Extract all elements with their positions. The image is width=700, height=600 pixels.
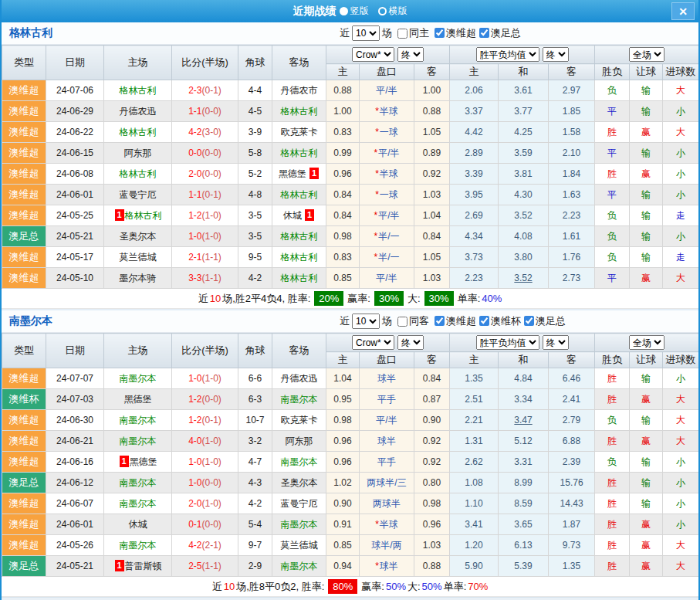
asian-odds-group: Crow*终 — [326, 334, 450, 352]
final-odds-select[interactable]: 终 — [397, 47, 424, 62]
radio-horizontal-layout[interactable]: 横版 — [378, 5, 407, 18]
bookmaker-select[interactable]: Crow* — [352, 335, 394, 350]
match-type-badge: 澳维杯 — [2, 389, 46, 410]
handicap-result-cell: 输 — [630, 368, 663, 389]
handicap-result-cell: 赢 — [630, 556, 663, 577]
match-row: 澳维超24-06-01蓝曼宁厄1-1(0-1)4-8格林古利0.84*一球1.0… — [2, 185, 699, 205]
corners-cell: 9-7 — [238, 535, 272, 556]
same-venue-checkbox[interactable]: 同主 — [394, 26, 429, 40]
away-team-cell: 格林古利 — [272, 226, 326, 247]
league-filter-checkbox[interactable]: 澳足总 — [476, 26, 521, 40]
handicap-result-cell: 赢 — [630, 389, 663, 410]
handicap-cell: *球半 — [360, 556, 414, 577]
score-cell: 1-0(0-0) — [172, 473, 238, 493]
match-type-badge: 澳维超 — [2, 452, 46, 473]
col-result: 胜负 — [595, 64, 630, 80]
team-name: 格林古利 — [281, 189, 318, 200]
home-team-cell: 黑德堡 — [104, 389, 172, 410]
halftime-score: (0-1) — [202, 85, 221, 96]
same-venue-checkbox[interactable]: 同客 — [394, 314, 429, 328]
asian-away-odds: 0.88 — [414, 556, 450, 577]
asian-home-odds: 0.83 — [326, 122, 360, 143]
score-cell: 0-1(0-0) — [172, 514, 238, 535]
summary-segment: 赢率: — [347, 292, 370, 306]
goals-cell: 大 — [663, 535, 699, 556]
league-filter-input[interactable] — [479, 316, 489, 326]
fulltime-score: 1-0 — [188, 231, 201, 242]
asian-home-odds: 0.99 — [326, 143, 360, 164]
col-date: 日期 — [46, 46, 104, 80]
away-team-cell: 欧克莱卡 — [272, 122, 326, 143]
team-title: 格林古利 — [9, 26, 52, 40]
league-filter-checkbox[interactable]: 澳维超 — [431, 26, 476, 40]
match-row: 澳维超24-07-07南墨尔本1-0(1-0)6-6丹德农迅1.04球半0.84… — [2, 368, 699, 389]
recent-results-window: 近期战绩 竖版 横版 ✕ 格林古利 近 10 场 同主 — [0, 0, 700, 600]
bookmaker-select[interactable]: Crow* — [352, 47, 394, 62]
handicap-result-cell: 输 — [630, 452, 663, 473]
same-venue-input[interactable] — [397, 317, 407, 327]
league-filter-checkbox[interactable]: 澳维杯 — [476, 314, 521, 328]
goals-cell: 小 — [663, 143, 699, 164]
team-name: 南墨尔本 — [120, 373, 157, 384]
euro-final-select[interactable]: 终 — [543, 47, 569, 62]
summary-segment: 大: — [407, 292, 421, 306]
euro-final-select[interactable]: 终 — [543, 335, 569, 350]
fulltime-score: 3-3 — [188, 273, 201, 283]
results-body: 澳维超24-07-07南墨尔本1-0(1-0)6-6丹德农迅1.04球半0.84… — [2, 368, 699, 577]
result-cell: 胜 — [595, 164, 630, 185]
away-team-cell: 蓝曼宁厄 — [272, 493, 326, 514]
halftime-score: (0-1) — [202, 189, 221, 200]
result-cell: 负 — [595, 226, 630, 247]
euro-draw-odds: 3.47 — [499, 410, 549, 431]
match-date: 24-06-15 — [46, 143, 104, 164]
league-filter-input[interactable] — [524, 316, 534, 326]
league-filter-input[interactable] — [435, 316, 445, 326]
goals-cell: 小 — [663, 164, 699, 185]
handicap-result-cell: 输 — [630, 143, 663, 164]
euro-away-odds: 14.43 — [549, 493, 595, 514]
euro-avg-select[interactable]: 胜平负均值 — [476, 335, 539, 350]
euro-away-odds: 2.41 — [549, 389, 595, 410]
final-odds-select[interactable]: 终 — [397, 335, 424, 350]
result-cell: 胜 — [595, 368, 630, 389]
league-filter-checkbox[interactable]: 澳维超 — [431, 314, 476, 328]
scope-select[interactable]: 全场 — [629, 335, 664, 350]
euro-away-odds: 2.79 — [549, 410, 595, 431]
handicap-value: 半球 — [380, 106, 398, 117]
asian-odds-group: Crow*终 — [326, 46, 450, 64]
match-count-select[interactable]: 10 — [352, 25, 380, 41]
handicap-value: 半/一 — [378, 252, 399, 263]
euro-draw-odds: 4.30 — [499, 185, 549, 205]
euro-away-odds: 1.61 — [549, 226, 595, 247]
fulltime-score: 2-3 — [188, 85, 201, 96]
close-button[interactable]: ✕ — [671, 2, 695, 20]
handicap-result-cell: 输 — [630, 101, 663, 122]
euro-home-odds: 2.89 — [450, 143, 499, 164]
away-team-cell: 阿东那 — [272, 431, 326, 452]
col-handicap: 盘口 — [360, 352, 414, 368]
corners-cell: 3-9 — [238, 122, 272, 143]
record-summary: 近10场,胜2平4负4, 胜率:20%赢率:30%大:30%单率:40% — [2, 289, 698, 309]
euro-home-odds: 3.95 — [450, 185, 499, 205]
handicap-cell: *平/半 — [360, 143, 414, 164]
radio-vertical-layout[interactable]: 竖版 — [340, 5, 369, 18]
result-cell: 负 — [595, 452, 630, 473]
halftime-score: (1-1) — [202, 252, 221, 263]
league-filter-checkbox[interactable]: 澳足总 — [521, 314, 566, 328]
euro-draw-odds: 3.65 — [499, 514, 549, 535]
league-filter-input[interactable] — [435, 28, 445, 38]
score-cell: 4-2(2-1) — [172, 535, 238, 556]
match-date: 24-06-30 — [46, 410, 104, 431]
euro-avg-select[interactable]: 胜平负均值 — [476, 47, 539, 62]
euro-draw-odds: 3.34 — [499, 389, 549, 410]
match-count-select[interactable]: 10 — [352, 314, 380, 329]
scope-group: 全场 — [595, 46, 699, 64]
match-type-badge: 澳维超 — [2, 101, 46, 122]
fulltime-score: 1-0 — [188, 477, 201, 488]
goals-cell: 小 — [663, 452, 699, 473]
league-filter-input[interactable] — [479, 28, 489, 38]
scope-select[interactable]: 全场 — [629, 47, 664, 62]
same-venue-input[interactable] — [397, 29, 407, 39]
asian-away-odds: 0.92 — [414, 164, 450, 185]
handicap-result-cell: 输 — [630, 473, 663, 493]
